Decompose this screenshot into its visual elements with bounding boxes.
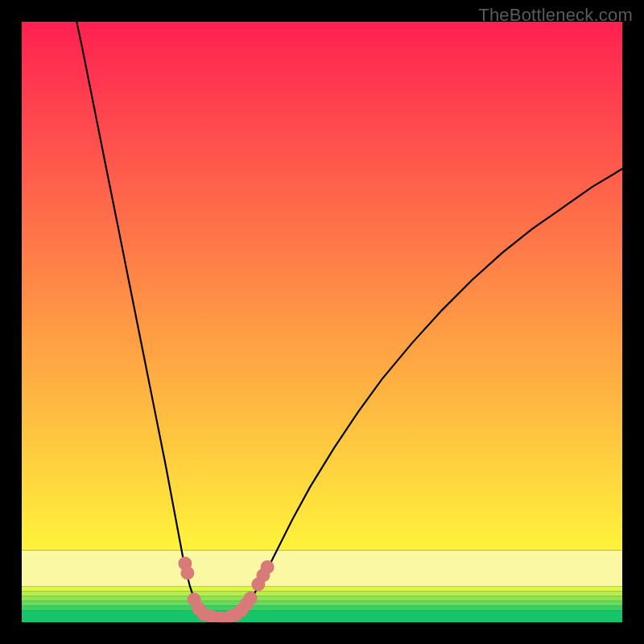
data-marker: [244, 592, 258, 605]
bg-band: [22, 591, 622, 596]
bg-band: [22, 586, 622, 591]
data-marker: [180, 566, 194, 580]
watermark-text: TheBottleneck.com: [478, 5, 633, 26]
bg-band: [22, 605, 622, 610]
bg-band: [22, 610, 622, 622]
chart-svg: [22, 22, 622, 622]
data-marker: [261, 560, 275, 574]
bg-band: [22, 22, 622, 550]
bg-band: [22, 601, 622, 605]
bg-band: [22, 596, 622, 601]
chart-frame: TheBottleneck.com: [0, 0, 644, 644]
bg-band: [22, 550, 622, 586]
plot-area: [22, 22, 622, 622]
